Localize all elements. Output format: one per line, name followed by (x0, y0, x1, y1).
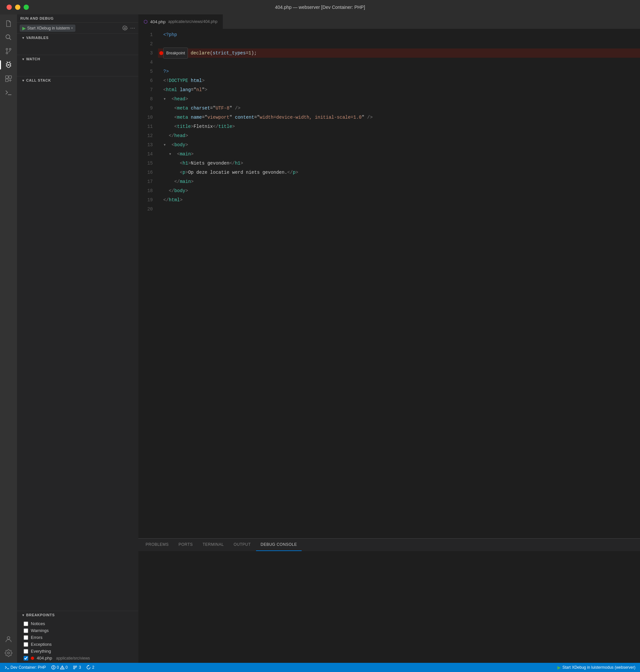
debug-settings-button[interactable] (122, 24, 128, 32)
breakpoint-red-dot (159, 51, 163, 55)
remote-activity-icon[interactable] (3, 87, 14, 98)
code-line-3: Breakpointdeclare(strict_types=1); (158, 48, 640, 58)
callstack-chevron-icon: ▾ (22, 79, 24, 82)
code-line-11: <title>Fletnix</title> (158, 122, 640, 131)
remote-status-item[interactable]: Dev Container: PHP (3, 665, 47, 670)
search-activity-icon[interactable] (3, 31, 14, 43)
errors-status-item[interactable]: 0 0 (50, 665, 69, 670)
code-line-15: <h1>Niets gevonden</h1> (158, 159, 640, 168)
token-punct: " (230, 113, 232, 122)
token-html-tag: title (218, 122, 232, 131)
token-punct: ( (210, 48, 213, 58)
token-html-tag: body (174, 186, 186, 195)
breakpoint-checkbox-exceptions[interactable] (24, 642, 28, 647)
svg-point-13 (75, 666, 77, 667)
debug-play-icon: ▶ (557, 665, 561, 670)
debug-config-toolbar: ▶ Start XDebug in luisterm ▾ ··· (17, 23, 139, 34)
line-number-8: 8 (144, 94, 153, 104)
line-number-9: 9 (144, 104, 153, 113)
panel-tabs: PROBLEMSPORTSTERMINALOUTPUTDEBUG CONSOLE (139, 539, 640, 551)
token-attr-name: content (235, 113, 254, 122)
token-attr-name: lang (180, 85, 191, 94)
line-number-18: 18 (144, 186, 153, 195)
svg-point-0 (6, 35, 10, 39)
code-line-6: <!DOCTYPE html> (158, 76, 640, 85)
line-number-7: 7 (144, 85, 153, 94)
token-html-tag: p (183, 168, 185, 177)
callstack-section-header[interactable]: ▾ CALL STACK (17, 76, 139, 84)
token-html-bracket: < (166, 140, 174, 149)
window-controls (6, 4, 29, 10)
extensions-activity-icon[interactable] (3, 73, 14, 85)
minimize-button[interactable] (15, 4, 20, 10)
panel-tab-output[interactable]: OUTPUT (229, 539, 256, 551)
token-attr-name: charset (191, 104, 210, 113)
variables-chevron-icon: ▾ (22, 36, 24, 40)
token-html-bracket: < (163, 168, 183, 177)
svg-point-10 (124, 28, 126, 29)
token-html-bracket: > (191, 122, 193, 131)
maximize-button[interactable] (24, 4, 29, 10)
explorer-activity-icon[interactable] (3, 18, 14, 29)
breakpoint-checkbox-warnings[interactable] (24, 628, 28, 633)
token-html-bracket: < (166, 94, 174, 104)
breakpoint-item-notices: Notices (17, 620, 139, 627)
error-icon (51, 665, 56, 670)
breakpoints-section-header[interactable]: ▾ BREAKPOINTS (17, 611, 139, 619)
code-line-20 (158, 205, 640, 214)
debug-status-item[interactable]: ▶ Start XDebug in luistermodus (webserve… (556, 665, 637, 670)
chevron-down-icon: ▾ (71, 26, 73, 30)
tab-filename: 404.php (150, 19, 165, 24)
token-html-tag: head (174, 131, 186, 140)
editor-tab-404php[interactable]: ⬡ 404.php applicatie/src/views/404.php (139, 14, 223, 29)
token-html-bracket: > (240, 159, 243, 168)
code-line-19: </html> (158, 195, 640, 205)
token-number: 1 (248, 48, 251, 58)
panel-tab-debug-console[interactable]: DEBUG CONSOLE (256, 539, 302, 551)
svg-rect-5 (5, 76, 8, 78)
titlebar: 404.php — webserver [Dev Container: PHP] (0, 0, 640, 14)
svg-point-14 (73, 668, 75, 669)
code-line-1: <?php (158, 30, 640, 39)
breakpoint-checkbox-404php[interactable] (24, 656, 28, 660)
settings-activity-icon[interactable] (3, 647, 14, 659)
code-line-14: ▾ <main> (158, 149, 640, 159)
breakpoint-label-everything: Everything (31, 649, 51, 654)
close-button[interactable] (6, 4, 12, 10)
statusbar-right: ▶ Start XDebug in luistermodus (webserve… (556, 665, 637, 670)
account-activity-icon[interactable] (3, 633, 14, 645)
watch-content (17, 63, 139, 76)
token-attr-name: strict_types (213, 48, 246, 58)
code-line-13: ▾ <body> (158, 140, 640, 149)
code-line-8: ▾ <head> (158, 94, 640, 104)
debug-run-button[interactable]: ▶ Start XDebug in luisterm ▾ (20, 25, 75, 32)
token-html-bracket: > (188, 159, 191, 168)
panel-tab-ports[interactable]: PORTS (174, 539, 198, 551)
token-html-tag: DOCTYPE (169, 76, 188, 85)
sync-status-item[interactable]: 2 (85, 665, 96, 670)
app-body: RUN AND DEBUG ▶ Start XDebug in luisterm… (0, 14, 640, 663)
breakpoint-checkbox-notices[interactable] (24, 622, 28, 626)
variables-section-header[interactable]: ▾ VARIABLES (17, 34, 139, 42)
activity-bar (0, 14, 17, 663)
token-attr-val: viewport (207, 113, 229, 122)
breakpoint-item-errors: Errors (17, 634, 139, 641)
token-html-bracket: < (163, 159, 183, 168)
source-control-activity-icon[interactable] (3, 45, 14, 57)
breakpoint-checkbox-errors[interactable] (24, 635, 28, 640)
debug-sidebar: RUN AND DEBUG ▶ Start XDebug in luisterm… (17, 14, 139, 663)
watch-section-header[interactable]: ▾ WATCH (17, 55, 139, 63)
variables-content (17, 42, 139, 55)
line-number-4: 4 (144, 58, 153, 67)
git-status-item[interactable]: 3 (72, 665, 82, 670)
breakpoint-checkbox-everything[interactable] (24, 649, 28, 654)
debug-activity-icon[interactable] (3, 59, 14, 71)
panel-tab-problems[interactable]: PROBLEMS (141, 539, 173, 551)
token-html-bracket: > (185, 131, 188, 140)
breakpoint-label-exceptions: Exceptions (31, 642, 52, 647)
panel-tab-terminal[interactable]: TERMINAL (198, 539, 229, 551)
debug-more-button[interactable]: ··· (130, 24, 136, 32)
token-php-tag: ?> (163, 67, 169, 76)
code-area[interactable]: <?phpBreakpointdeclare(strict_types=1);?… (158, 29, 640, 538)
line-number-20: 20 (144, 205, 153, 214)
